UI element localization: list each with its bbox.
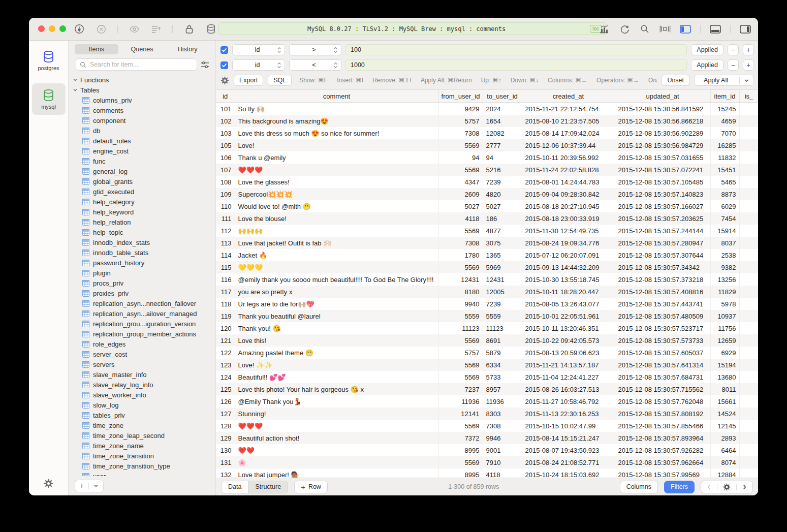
table-row[interactable]: 115💛💛💛556959692015-09-13 14:44:32.209201… — [216, 261, 758, 273]
cell-item_id[interactable]: 8873 — [710, 188, 739, 200]
cell-created_at[interactable]: 2015-10-24 18:15:03.692 — [522, 468, 615, 478]
cell-item_id[interactable]: 2893 — [710, 432, 739, 444]
table-row[interactable]: 131🌸556979102015-08-24 21:08:52.7712015-… — [216, 456, 758, 468]
cell-comment[interactable]: Supercool💥💥💥 — [235, 188, 438, 200]
table-row[interactable]: 129Beautiful action shot!737299462015-08… — [216, 432, 758, 444]
cell-item_id[interactable]: 6029 — [710, 200, 739, 212]
cell-comment[interactable]: Love this photo! Your hair is gorgeous 😘… — [235, 383, 438, 395]
cell-created_at[interactable]: 2015-11-27 10:58:46.792 — [522, 395, 615, 408]
cell-is_[interactable] — [739, 310, 758, 322]
page-gear-icon[interactable] — [717, 481, 736, 493]
sidebar-table-slave_master_info[interactable]: slave_master_info — [69, 369, 215, 380]
cell-comment[interactable]: Thank u @emily — [235, 151, 438, 164]
cell-id[interactable]: 105 — [216, 139, 235, 151]
chart-icon[interactable] — [599, 23, 610, 35]
cell-item_id[interactable]: 5978 — [710, 298, 739, 310]
cell-created_at[interactable]: 2015-11-04 12:24:41.227 — [522, 371, 615, 383]
cell-comment[interactable]: Would love to! @mith 😬 — [235, 200, 438, 212]
cell-to_user_id[interactable]: 12005 — [483, 286, 522, 298]
cell-is_[interactable] — [739, 200, 758, 212]
cell-item_id[interactable]: 8074 — [710, 456, 739, 468]
cell-id[interactable]: 102 — [216, 115, 235, 127]
cell-created_at[interactable]: 2015-11-30 12:54:49.735 — [522, 225, 615, 237]
sidebar-table-slow_log[interactable]: slow_log — [69, 400, 215, 410]
sidebar-table-tables_priv[interactable]: tables_priv — [69, 410, 215, 420]
cell-created_at[interactable]: 2015-08-14 15:15:21.247 — [522, 432, 615, 444]
column-header-from_user_id[interactable]: from_user_id — [438, 90, 483, 103]
cell-to_user_id[interactable]: 12082 — [483, 127, 522, 139]
cell-comment[interactable]: Love that jacket! Outfit is fab 🙌🏻 — [235, 237, 438, 249]
log-list-icon[interactable] — [150, 23, 162, 35]
cell-created_at[interactable]: 2015-10-11 18:28:20.447 — [522, 286, 615, 298]
sidebar-table-user[interactable]: user — [69, 471, 215, 476]
table-row[interactable]: 130❤️❤️899590012015-08-07 19:43:50.92320… — [216, 444, 758, 456]
filter-enabled-checkbox[interactable] — [221, 46, 228, 54]
cell-comment[interactable]: Love! ✨✨ — [235, 359, 438, 371]
cell-to_user_id[interactable]: 7910 — [483, 456, 522, 468]
cell-is_[interactable] — [739, 298, 758, 310]
cell-from_user_id[interactable]: 8995 — [438, 444, 483, 456]
cell-comment[interactable]: 💛💛💛 — [235, 261, 438, 273]
cell-comment[interactable]: Love this dress so much 😍 so nice for su… — [235, 127, 438, 139]
add-row-button[interactable]: + Row — [294, 481, 328, 493]
cell-is_[interactable] — [739, 371, 758, 383]
cell-item_id[interactable]: 15451 — [710, 164, 739, 176]
cell-created_at[interactable]: 2015-08-14 17:09:42.024 — [522, 127, 615, 139]
filter-column-select[interactable]: id — [232, 44, 285, 55]
cell-from_user_id[interactable]: 12431 — [438, 273, 483, 286]
sidebar-table-help_keyword[interactable]: help_keyword — [69, 207, 215, 217]
sidebar-table-innodb_index_stats[interactable]: innodb_index_stats — [69, 237, 215, 247]
cell-id[interactable]: 121 — [216, 334, 235, 347]
filter-operator-select[interactable]: < — [289, 59, 341, 71]
cell-is_[interactable] — [739, 164, 758, 176]
cell-from_user_id[interactable]: 5027 — [438, 200, 483, 212]
column-header-updated_at[interactable]: updated_at — [615, 90, 710, 103]
column-header-created_at[interactable]: created_at — [522, 90, 615, 103]
cell-is_[interactable] — [739, 237, 758, 249]
cell-created_at[interactable]: 2015-08-18 20:27:10.945 — [522, 200, 615, 212]
cell-to_user_id[interactable]: 2777 — [483, 139, 522, 151]
table-row[interactable]: 110Would love to! @mith 😬502750272015-08… — [216, 200, 758, 212]
table-row[interactable]: 126@Emily Thank you💃11936119362015-11-27… — [216, 395, 758, 408]
cell-created_at[interactable]: 2015-09-13 14:44:32.209 — [522, 261, 615, 273]
cell-comment[interactable]: So fly 🙌🏼 — [235, 103, 438, 115]
filter-applied-button[interactable]: Applied — [691, 44, 723, 55]
bottom-panel-icon[interactable] — [710, 23, 721, 35]
cell-from_user_id[interactable]: 4118 — [438, 212, 483, 225]
cell-id[interactable]: 120 — [216, 322, 235, 334]
table-row[interactable]: 118Ur legs are to die for🙌🏼💖994072392015… — [216, 298, 758, 310]
cell-id[interactable]: 112 — [216, 225, 235, 237]
cell-created_at[interactable]: 2015-10-11 13:20:46.351 — [522, 322, 615, 334]
search-icon[interactable] — [639, 23, 650, 35]
cell-created_at[interactable]: 2015-10-15 10:02:47.99 — [522, 420, 615, 432]
filter-operator-select[interactable]: > — [289, 44, 341, 55]
cell-item_id[interactable]: 15661 — [710, 395, 739, 408]
settings-gear-icon[interactable] — [44, 479, 53, 490]
cell-id[interactable]: 115 — [216, 261, 235, 273]
cell-is_[interactable] — [739, 408, 758, 420]
cell-created_at[interactable]: 2015-10-22 09:42:05.573 — [522, 334, 615, 347]
cell-is_[interactable] — [739, 359, 758, 371]
cell-id[interactable]: 114 — [216, 249, 235, 261]
sidebar-table-innodb_table_stats[interactable]: innodb_table_stats — [69, 247, 215, 258]
cell-id[interactable]: 131 — [216, 456, 235, 468]
cell-created_at[interactable]: 2015-08-13 20:59:06.623 — [522, 347, 615, 359]
cell-from_user_id[interactable]: 7372 — [438, 432, 483, 444]
table-row[interactable]: 132Love that jumper! 💁🏽899541182015-10-2… — [216, 468, 758, 478]
cell-updated_at[interactable]: 2015-12-08 15:30:57.244144 — [615, 225, 710, 237]
cell-comment[interactable]: Thank you! 😘 — [235, 322, 438, 334]
cell-id[interactable]: 130 — [216, 444, 235, 456]
sidebar-table-time_zone_transition[interactable]: time_zone_transition — [69, 451, 215, 461]
cell-comment[interactable]: ❤️❤️❤️ — [235, 420, 438, 432]
cell-created_at[interactable]: 2015-11-24 22:02:58.828 — [522, 164, 615, 176]
cell-id[interactable]: 125 — [216, 383, 235, 395]
focus-frame-icon[interactable] — [659, 23, 671, 35]
cell-created_at[interactable]: 2015-11-13 22:30:16.253 — [522, 408, 615, 420]
sidebar-table-comments[interactable]: comments — [69, 105, 215, 115]
table-row[interactable]: 102This background is amazing😍5757165420… — [216, 115, 758, 127]
cell-is_[interactable] — [739, 261, 758, 273]
sidebar-table-plugin[interactable]: plugin — [69, 268, 215, 278]
apply-all-button[interactable]: Apply All — [694, 75, 754, 86]
cell-updated_at[interactable]: 2015-12-08 15:30:57.99569 — [615, 468, 710, 478]
cell-updated_at[interactable]: 2015-12-08 15:30:57.443741 — [615, 298, 710, 310]
